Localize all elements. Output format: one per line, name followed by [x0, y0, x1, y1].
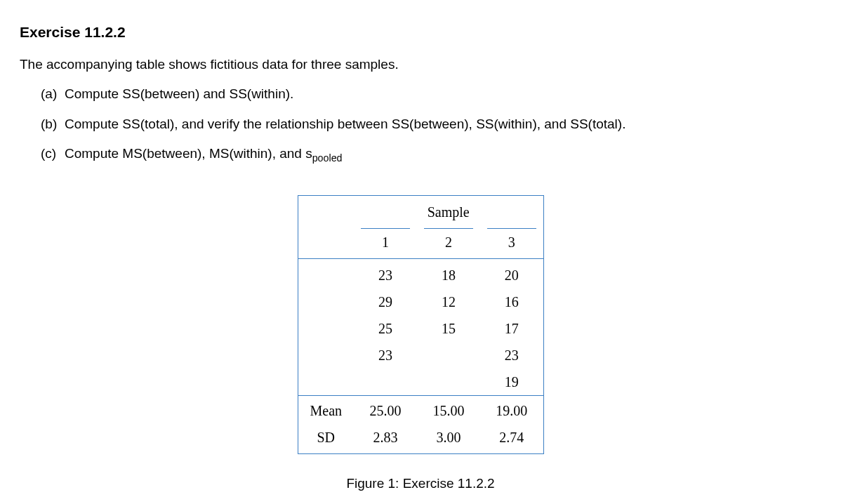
header-empty — [298, 196, 354, 226]
row-label — [298, 369, 354, 396]
cell: 18 — [417, 259, 480, 289]
summary-row-mean: Mean 25.00 15.00 19.00 — [298, 396, 543, 425]
item-label: (a) — [41, 84, 65, 105]
item-text-prefix: Compute MS(between), MS(within), and s — [65, 146, 312, 161]
exercise-item-a: (a) Compute SS(between) and SS(within). — [41, 84, 821, 105]
col-header-3: 3 — [480, 225, 543, 259]
cell: 25.00 — [354, 396, 417, 425]
row-label — [298, 315, 354, 342]
figure-caption: Figure 1: Exercise 11.2.2 — [20, 474, 821, 494]
table-header-row: Sample — [298, 196, 543, 226]
cell: 29 — [354, 289, 417, 315]
table-row: 25 15 17 — [298, 315, 543, 342]
data-table: Sample 1 2 3 23 18 20 29 12 16 — [298, 195, 544, 454]
cell: 16 — [480, 289, 543, 315]
header-sample: Sample — [354, 196, 543, 226]
exercise-item-b: (b) Compute SS(total), and verify the re… — [41, 114, 821, 135]
exercise-intro: The accompanying table shows fictitious … — [20, 55, 821, 75]
cell — [417, 342, 480, 369]
cell: 25 — [354, 315, 417, 342]
item-label: (c) — [41, 144, 65, 166]
cell: 23 — [354, 342, 417, 369]
item-text: Compute SS(between) and SS(within). — [65, 84, 293, 105]
cell — [417, 369, 480, 396]
cell: 3.00 — [417, 424, 480, 454]
row-label-mean: Mean — [298, 396, 354, 425]
subheader-empty — [298, 225, 354, 259]
table-wrapper: Sample 1 2 3 23 18 20 29 12 16 — [20, 195, 821, 454]
table-row: 23 18 20 — [298, 259, 543, 289]
cell: 2.74 — [480, 424, 543, 454]
item-label: (b) — [41, 114, 65, 135]
table-row: 29 12 16 — [298, 289, 543, 315]
cell: 2.83 — [354, 424, 417, 454]
col-header-2: 2 — [417, 225, 480, 259]
summary-row-sd: SD 2.83 3.00 2.74 — [298, 424, 543, 454]
exercise-item-c: (c) Compute MS(between), MS(within), and… — [41, 144, 821, 166]
cell: 23 — [480, 342, 543, 369]
row-label — [298, 259, 354, 289]
cell: 17 — [480, 315, 543, 342]
cell: 19 — [480, 369, 543, 396]
cell: 20 — [480, 259, 543, 289]
row-label-sd: SD — [298, 424, 354, 454]
exercise-title: Exercise 11.2.2 — [20, 21, 821, 44]
item-text: Compute MS(between), MS(within), and spo… — [65, 144, 342, 166]
table-row: 19 — [298, 369, 543, 396]
table-row: 23 23 — [298, 342, 543, 369]
row-label — [298, 342, 354, 369]
cell — [354, 369, 417, 396]
col-header-1: 1 — [354, 225, 417, 259]
item-text: Compute SS(total), and verify the relati… — [65, 114, 625, 135]
cell: 19.00 — [480, 396, 543, 425]
row-label — [298, 289, 354, 315]
table-subheader-row: 1 2 3 — [298, 225, 543, 259]
cell: 15 — [417, 315, 480, 342]
cell: 12 — [417, 289, 480, 315]
exercise-list: (a) Compute SS(between) and SS(within). … — [20, 84, 821, 166]
item-text-subscript: pooled — [312, 152, 343, 164]
cell: 23 — [354, 259, 417, 289]
cell: 15.00 — [417, 396, 480, 425]
exercise-container: Exercise 11.2.2 The accompanying table s… — [20, 21, 821, 166]
